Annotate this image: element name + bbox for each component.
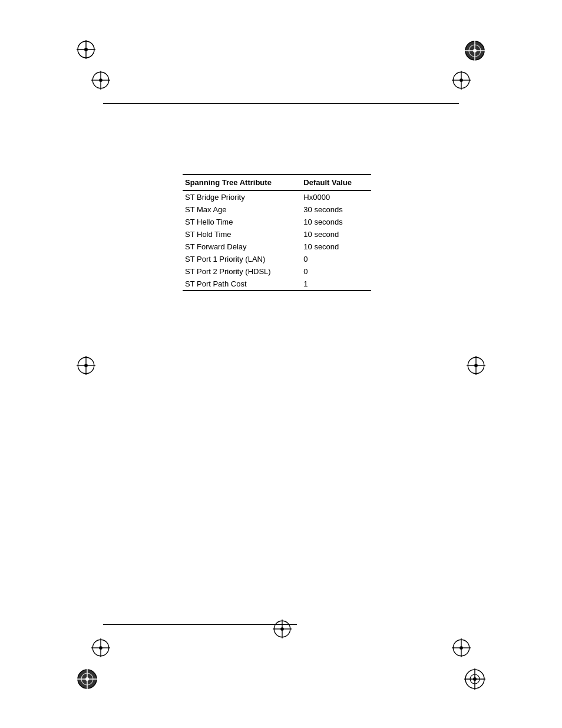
reg-mark-bottom-right-outer [464,668,485,690]
bottom-rule-line [103,624,297,625]
attribute-cell: ST Port 2 Priority (HDSL) [183,265,301,278]
attribute-cell: ST Hold Time [183,228,301,241]
table-row: ST Port 2 Priority (HDSL)0 [183,265,371,278]
table-row: ST Max Age30 seconds [183,203,371,216]
svg-point-46 [474,364,478,367]
value-cell: 10 second [301,241,371,253]
reg-mark-bottom-right-inner [452,638,471,657]
svg-point-24 [99,646,103,650]
svg-point-7 [99,78,103,82]
value-cell: 1 [301,278,371,291]
reg-mark-right-middle [467,356,485,375]
attribute-cell: ST Forward Delay [183,241,301,253]
attribute-cell: ST Hello Time [183,216,301,228]
svg-point-16 [459,78,463,82]
table-row: ST Forward Delay10 second [183,241,371,253]
table-row: ST Hello Time10 seconds [183,216,371,228]
table-row: ST Port Path Cost1 [183,278,371,291]
svg-point-12 [473,49,477,52]
svg-point-3 [84,48,88,51]
reg-mark-bottom-center [273,620,292,638]
value-cell: 10 seconds [301,216,371,228]
attribute-cell: ST Max Age [183,203,301,216]
svg-point-38 [473,677,477,681]
value-cell: 0 [301,253,371,265]
col-attribute-header: Spanning Tree Attribute [183,174,301,190]
value-cell: Hx0000 [301,190,371,203]
top-rule-line [103,103,459,104]
svg-point-42 [84,364,88,367]
svg-point-20 [280,627,284,631]
attribute-cell: ST Port 1 Priority (LAN) [183,253,301,265]
svg-point-29 [85,677,89,681]
table-row: ST Hold Time10 second [183,228,371,241]
value-cell: 30 seconds [301,203,371,216]
reg-mark-top-right-inner [452,71,471,90]
svg-point-33 [459,646,463,650]
col-value-header: Default Value [301,174,371,190]
reg-mark-left-middle [77,356,95,375]
value-cell: 10 second [301,228,371,241]
spanning-tree-table: Spanning Tree Attribute Default Value ST… [183,174,371,291]
attribute-cell: ST Bridge Priority [183,190,301,203]
attribute-cell: ST Port Path Cost [183,278,301,291]
table-row: ST Bridge PriorityHx0000 [183,190,371,203]
value-cell: 0 [301,265,371,278]
table-row: ST Port 1 Priority (LAN)0 [183,253,371,265]
reg-mark-top-left-outer [77,40,95,59]
reg-mark-bottom-left-outer [77,668,98,690]
reg-mark-top-right-outer [464,40,485,61]
reg-mark-bottom-left-inner [91,638,110,657]
reg-mark-top-left-inner [91,71,110,90]
